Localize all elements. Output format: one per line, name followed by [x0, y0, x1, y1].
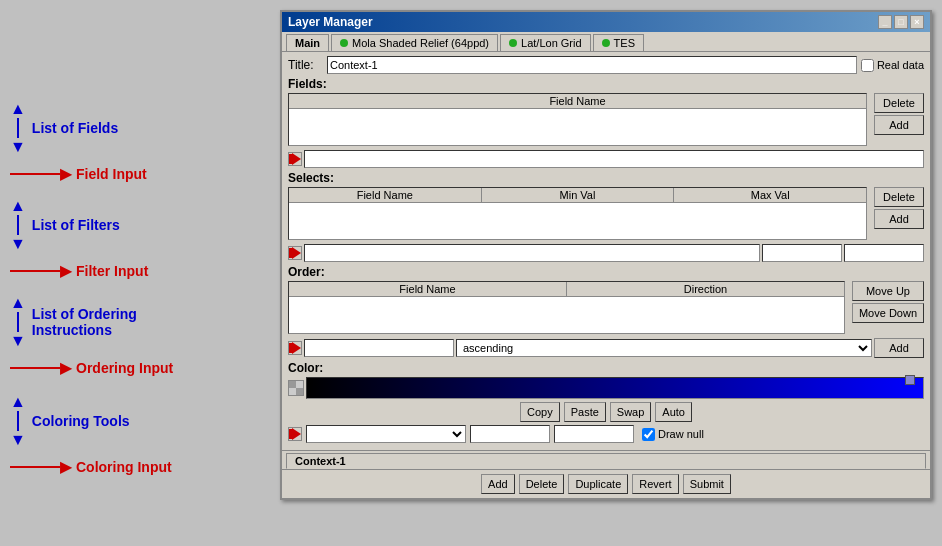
- selects-list-header: Field Name Min Val Max Val: [289, 188, 866, 203]
- fields-list-header: Field Name: [289, 94, 866, 109]
- order-side-btns: Move Up Move Down: [852, 281, 924, 336]
- color-section: Color: Copy Paste Swap: [288, 361, 924, 443]
- order-field-name-header: Field Name: [289, 282, 567, 296]
- bottom-revert-button[interactable]: Revert: [632, 474, 678, 494]
- title-label: Title:: [288, 58, 323, 72]
- draw-null-checkbox-label[interactable]: Draw null: [642, 428, 704, 441]
- title-input[interactable]: [327, 56, 857, 74]
- tab-tes-label: TES: [614, 37, 635, 49]
- annot-field-input: Field Input: [76, 166, 147, 182]
- tab-bar: Main Mola Shaded Relief (64ppd) Lat/Lon …: [282, 32, 930, 52]
- selects-delete-button[interactable]: Delete: [874, 187, 924, 207]
- svg-rect-4: [289, 343, 292, 353]
- bottom-tabs-area: Context-1: [282, 450, 930, 469]
- svg-rect-2: [289, 248, 292, 258]
- bottom-buttons-row: Add Delete Duplicate Revert Submit: [282, 469, 930, 498]
- fields-list-body: [289, 109, 866, 145]
- color-slider-handle[interactable]: [905, 375, 915, 385]
- filter-minval-input[interactable]: [762, 244, 842, 262]
- main-content: Title: Real data Fields: Field Name: [282, 52, 930, 450]
- tab-mola-label: Mola Shaded Relief (64ppd): [352, 37, 489, 49]
- tab-mola[interactable]: Mola Shaded Relief (64ppd): [331, 34, 498, 51]
- tab-tes[interactable]: TES: [593, 34, 644, 51]
- tab-latlon-dot: [509, 39, 517, 47]
- color-gradient-bar[interactable]: [306, 377, 924, 399]
- bottom-delete-button[interactable]: Delete: [519, 474, 565, 494]
- swap-button[interactable]: Swap: [610, 402, 652, 422]
- order-section: Order: Field Name Direction Move Up Move…: [288, 265, 924, 358]
- annot-list-of-filters: List of Filters: [32, 217, 120, 233]
- bottom-submit-button[interactable]: Submit: [683, 474, 731, 494]
- ordering-field-input[interactable]: [304, 339, 454, 357]
- real-data-checkbox-label[interactable]: Real data: [861, 59, 924, 72]
- move-down-button[interactable]: Move Down: [852, 303, 924, 323]
- ordering-add-button[interactable]: Add: [874, 338, 924, 358]
- order-label: Order:: [288, 265, 924, 279]
- order-list-header: Field Name Direction: [289, 282, 844, 297]
- ordering-input-row: ascending descending Add: [288, 338, 924, 358]
- fields-section: Fields: Field Name Delete Add: [288, 77, 924, 168]
- bottom-duplicate-button[interactable]: Duplicate: [568, 474, 628, 494]
- maximize-button[interactable]: □: [894, 15, 908, 29]
- selects-max-val-header: Max Val: [674, 188, 866, 202]
- draw-null-checkbox[interactable]: [642, 428, 655, 441]
- fields-add-button[interactable]: Add: [874, 115, 924, 135]
- color-type-select[interactable]: [306, 425, 466, 443]
- svg-marker-5: [292, 342, 301, 354]
- fields-label: Fields:: [288, 77, 924, 91]
- selects-side-btns: Delete Add: [874, 187, 924, 242]
- selects-section: Selects: Field Name Min Val Max Val Dele…: [288, 171, 924, 262]
- selects-list: Field Name Min Val Max Val: [288, 187, 867, 240]
- paste-button[interactable]: Paste: [564, 402, 606, 422]
- fields-list: Field Name: [288, 93, 867, 146]
- field-text-input[interactable]: [304, 150, 924, 168]
- tab-latlon[interactable]: Lat/Lon Grid: [500, 34, 591, 51]
- filter-input-row: [288, 244, 924, 262]
- annotation-panel: ▲ ▼ List of Fields ▶ Field Input ▲ ▼ Lis…: [10, 10, 280, 484]
- auto-button[interactable]: Auto: [655, 402, 692, 422]
- tab-tes-dot: [602, 39, 610, 47]
- annot-filter-input: Filter Input: [76, 263, 148, 279]
- annot-coloring-tools: Coloring Tools: [32, 413, 130, 429]
- filter-maxval-input[interactable]: [844, 244, 924, 262]
- annot-ordering-input: Ordering Input: [76, 360, 173, 376]
- color-input-row: Draw null: [288, 425, 924, 443]
- color-swatch-input1[interactable]: [470, 425, 550, 443]
- order-direction-header: Direction: [567, 282, 844, 296]
- field-input-icon: [288, 152, 302, 166]
- svg-marker-3: [292, 247, 301, 259]
- order-list: Field Name Direction: [288, 281, 845, 334]
- fields-delete-button[interactable]: Delete: [874, 93, 924, 113]
- color-swatch-input2[interactable]: [554, 425, 634, 443]
- close-button[interactable]: ×: [910, 15, 924, 29]
- bottom-tab-context[interactable]: Context-1: [286, 453, 926, 469]
- filter-field-input[interactable]: [304, 244, 760, 262]
- selects-list-body: [289, 203, 866, 239]
- move-up-button[interactable]: Move Up: [852, 281, 924, 301]
- tab-main[interactable]: Main: [286, 34, 329, 51]
- color-checker-icon: [288, 380, 304, 396]
- fields-side-btns: Delete Add: [874, 93, 924, 148]
- window-title: Layer Manager: [288, 15, 373, 29]
- ordering-direction-select[interactable]: ascending descending: [456, 339, 872, 357]
- annot-coloring-input: Coloring Input: [76, 459, 172, 475]
- bottom-add-button[interactable]: Add: [481, 474, 515, 494]
- real-data-checkbox[interactable]: [861, 59, 874, 72]
- annot-list-of-fields: List of Fields: [32, 120, 118, 136]
- field-name-header: Field Name: [289, 94, 866, 108]
- svg-marker-1: [292, 153, 301, 165]
- tab-mola-dot: [340, 39, 348, 47]
- field-input-row: [288, 150, 924, 168]
- layer-manager-window: Layer Manager _ □ × Main Mola Shaded Rel…: [280, 10, 932, 500]
- tab-main-label: Main: [295, 37, 320, 49]
- minimize-button[interactable]: _: [878, 15, 892, 29]
- title-bar: Layer Manager _ □ ×: [282, 12, 930, 32]
- filter-input-icon: [288, 246, 302, 260]
- selects-label: Selects:: [288, 171, 924, 185]
- tab-latlon-label: Lat/Lon Grid: [521, 37, 582, 49]
- color-label: Color:: [288, 361, 924, 375]
- selects-add-button[interactable]: Add: [874, 209, 924, 229]
- title-row: Title: Real data: [288, 56, 924, 74]
- coloring-input-icon: [288, 427, 302, 441]
- copy-button[interactable]: Copy: [520, 402, 560, 422]
